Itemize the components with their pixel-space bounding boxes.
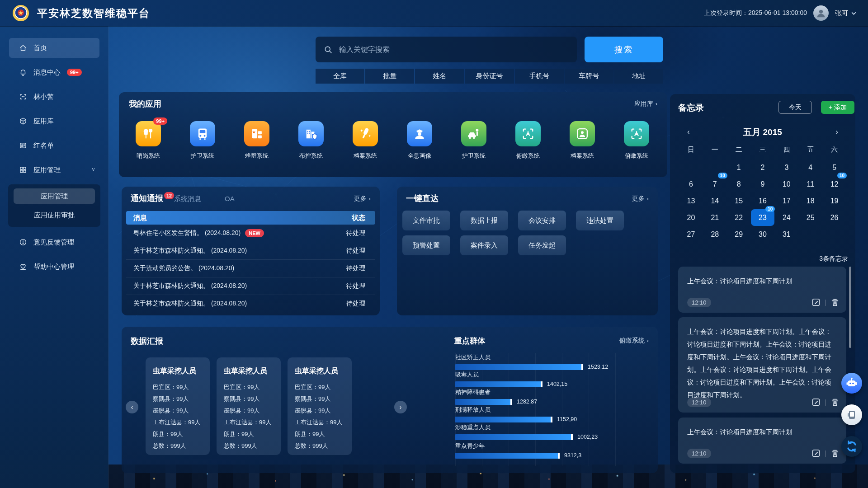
calendar-day-9[interactable]: 9 [751, 176, 775, 192]
calendar-day-26[interactable]: 26 [822, 209, 846, 226]
calendar-day-21[interactable]: 21 [703, 209, 727, 226]
notice-text: 关于林芝市森林防火通知。 (2024.08.20) [126, 247, 247, 255]
calendar-day-20[interactable]: 20 [679, 209, 703, 226]
carousel-next-button[interactable]: › [394, 401, 407, 413]
app-tile-item[interactable]: 俯瞰系统 [624, 121, 649, 160]
calendar-day-2[interactable]: 2 [751, 159, 775, 176]
calendar-day-23[interactable]: 2310 [751, 209, 775, 226]
search-tab[interactable]: 身份证号 [465, 69, 514, 84]
app-tile-item[interactable]: 档案系统 [570, 121, 595, 160]
tab-oa[interactable]: OA [225, 195, 235, 202]
calendar-day-25[interactable]: 25 [798, 209, 822, 226]
sidebar-item-3[interactable]: 林小警 [9, 87, 99, 107]
sidebar-item-6[interactable]: 应用管理˅ [9, 160, 99, 180]
calendar-next-month-button[interactable]: › [835, 127, 838, 136]
calendar-day-28[interactable]: 28 [703, 226, 727, 243]
search-input[interactable] [338, 45, 569, 54]
search-tab[interactable]: 全库 [316, 69, 364, 84]
sidebar-subitem[interactable]: 应用管理 [14, 188, 95, 204]
phone-icon[interactable] [841, 404, 862, 425]
edit-memo-icon[interactable] [811, 397, 821, 407]
notice-row[interactable]: 关于林芝市森林防火通知。 (2024.08.20)待处理 [126, 277, 375, 295]
search-tab[interactable]: 车牌号 [565, 69, 613, 84]
notice-row[interactable]: 关于林芝市森林防火通知。 (2024.08.20)待处理 [126, 295, 375, 312]
quick-access-button[interactable]: 会议安排 [518, 211, 566, 230]
chart-bar-group: 精神障碍患者1282,87 [455, 388, 650, 405]
app-tile-item[interactable]: 护卫系统 [190, 121, 215, 160]
data-card-stat: 墨脱县：99人 [295, 405, 344, 417]
notice-row[interactable]: 关于林芝市森林防火通知。 (2024.08.20)待处理 [126, 242, 375, 260]
user-menu[interactable]: 张可 [835, 9, 856, 18]
quick-access-button[interactable]: 文件审批 [402, 211, 450, 230]
carousel-prev-button[interactable]: ‹ [126, 401, 138, 413]
calendar-day-31[interactable]: 31 [774, 226, 798, 243]
calendar-day-4[interactable]: 4 [798, 159, 822, 176]
search-button[interactable]: 搜索 [585, 37, 663, 62]
calendar-day-19[interactable]: 19 [822, 192, 846, 209]
today-button[interactable]: 今天 [778, 101, 812, 114]
calendar-day-3[interactable]: 3 [774, 159, 798, 176]
calendar-day-14[interactable]: 14 [703, 192, 727, 209]
sidebar-item-1[interactable]: 首页 [9, 38, 99, 58]
calendar-day-15[interactable]: 15 [727, 192, 751, 209]
sidebar-item-5[interactable]: 红名单 [9, 136, 99, 155]
calendar-day-18[interactable]: 18 [798, 192, 822, 209]
app-tile-item[interactable]: 全息画像 [407, 121, 432, 160]
calendar-day-7[interactable]: 710 [703, 176, 727, 192]
calendar-day-8[interactable]: 8 [727, 176, 751, 192]
delete-memo-icon[interactable] [830, 297, 840, 307]
calendar-day-30[interactable]: 30 [751, 226, 775, 243]
app-tile-item[interactable]: 护卫系统 [461, 121, 486, 160]
quick-access-button[interactable]: 预警处置 [402, 235, 450, 255]
app-tile-item[interactable]: 俯瞰系统 [515, 121, 541, 160]
calendar-day-12[interactable]: 1210 [822, 176, 846, 192]
calendar-day-1[interactable]: 1 [727, 159, 751, 176]
sidebar-item-2[interactable]: 消息中心99+ [9, 62, 99, 82]
notices-more-link[interactable]: 更多› [354, 195, 371, 203]
calendar-day-27[interactable]: 27 [679, 226, 703, 243]
search-tab[interactable]: 手机号 [515, 69, 564, 84]
calendar-weekday: 三 [751, 145, 775, 154]
app-tile-item[interactable]: 布控系统 [298, 121, 324, 160]
sidebar-item-7[interactable]: 意见反馈管理 [9, 232, 99, 252]
memo-scrollbar[interactable] [849, 267, 851, 348]
quick-access-button[interactable]: 任务发起 [518, 235, 566, 255]
tab-system-messages[interactable]: 系统消息 [174, 195, 201, 203]
data-card-stat: 总数：999人 [295, 440, 344, 452]
calendar-day-24[interactable]: 24 [774, 209, 798, 226]
edit-memo-icon[interactable] [811, 448, 821, 458]
sidebar-item-4[interactable]: 应用库 [9, 111, 99, 131]
app-tile-item[interactable]: 99+哨岗系统 [136, 121, 161, 160]
calendar-weekday: 日 [679, 145, 703, 154]
search-tab[interactable]: 地址 [614, 69, 663, 84]
calendar-day-10[interactable]: 10 [774, 176, 798, 192]
chatbot-icon[interactable] [841, 373, 862, 394]
notice-row[interactable]: 粤林住宅小区发生警情。 (2024.08.20)NEW待处理 [126, 225, 375, 242]
add-memo-button[interactable]: + 添加 [821, 101, 854, 114]
quick-access-button[interactable]: 违法处置 [576, 211, 624, 230]
edit-memo-icon[interactable] [811, 297, 821, 307]
calendar-day-29[interactable]: 29 [727, 226, 751, 243]
overview-system-link[interactable]: 俯瞰系统› [619, 337, 649, 345]
calendar-day-17[interactable]: 17 [774, 192, 798, 209]
search-tab[interactable]: 批量 [365, 69, 414, 84]
delete-memo-icon[interactable] [830, 397, 840, 407]
calendar-day-13[interactable]: 13 [679, 192, 703, 209]
delete-memo-icon[interactable] [830, 448, 840, 458]
app-library-link[interactable]: 应用库› [634, 100, 657, 108]
calendar-day-6[interactable]: 6 [679, 176, 703, 192]
notice-row[interactable]: 关于流动党员的公告。 (2024.08.20)待处理 [126, 260, 375, 277]
sidebar-subitem[interactable]: 应用使用审批 [14, 207, 95, 223]
calendar-day-11[interactable]: 11 [798, 176, 822, 192]
calendar-weekday: 六 [822, 145, 846, 154]
app-tile-item[interactable]: 档案系统 [353, 121, 378, 160]
sidebar-item-8[interactable]: 帮助中心管理 [9, 257, 99, 277]
quick-access-more-link[interactable]: 更多› [632, 195, 649, 203]
calendar-day-22[interactable]: 22 [727, 209, 751, 226]
user-avatar[interactable] [813, 5, 829, 21]
search-tab[interactable]: 姓名 [415, 69, 464, 84]
app-tile-item[interactable]: 蜂群系统 [244, 121, 269, 160]
sync-icon[interactable] [841, 436, 862, 457]
quick-access-button[interactable]: 数据上报 [460, 211, 508, 230]
quick-access-button[interactable]: 案件录入 [460, 235, 508, 255]
